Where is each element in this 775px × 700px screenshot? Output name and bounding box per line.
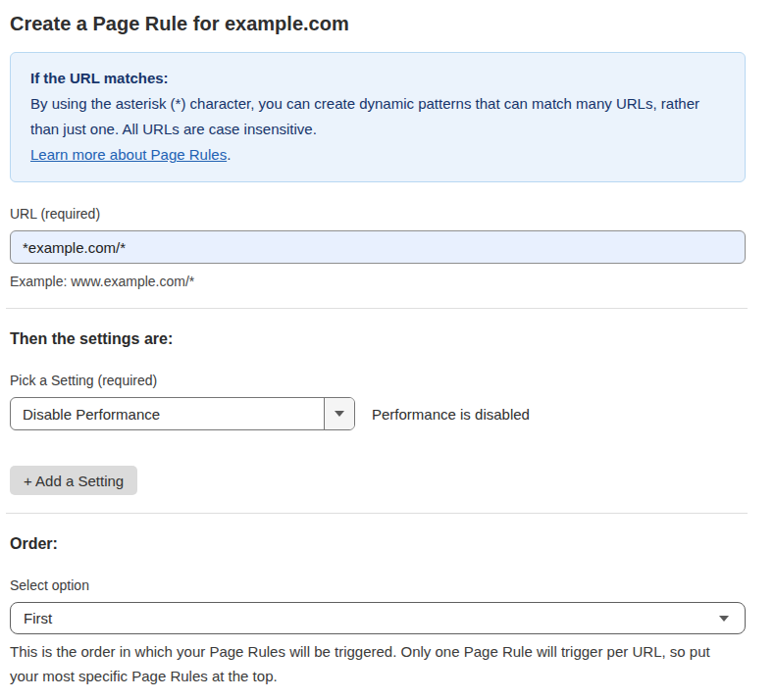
url-input[interactable]: [10, 230, 746, 264]
info-box-heading: If the URL matches:: [30, 66, 725, 91]
url-match-info-box: If the URL matches: By using the asteris…: [10, 52, 746, 182]
page-rule-form: Create a Page Rule for example.com If th…: [0, 0, 775, 700]
info-box-body: By using the asterisk (*) character, you…: [30, 91, 725, 168]
setting-select-value: Disable Performance: [11, 398, 324, 429]
order-heading: Order:: [10, 534, 746, 554]
page-title: Create a Page Rule for example.com: [10, 12, 746, 36]
setting-status-text: Performance is disabled: [372, 406, 530, 423]
pick-setting-label: Pick a Setting (required): [10, 372, 746, 389]
chevron-down-icon: [335, 411, 344, 417]
order-help-text: This is the order in which your Page Rul…: [10, 639, 741, 688]
url-example-text: Example: www.example.com/*: [10, 273, 746, 290]
learn-more-link[interactable]: Learn more about Page Rules: [30, 146, 227, 163]
settings-heading: Then the settings are:: [10, 329, 746, 349]
divider: [6, 513, 748, 514]
link-period: .: [227, 146, 231, 163]
order-select[interactable]: First: [10, 602, 746, 634]
info-box-body-text: By using the asterisk (*) character, you…: [30, 95, 699, 137]
setting-select-arrow-button[interactable]: [324, 398, 354, 429]
order-select-label: Select option: [10, 576, 746, 594]
order-select-value: First: [24, 610, 52, 626]
setting-select[interactable]: Disable Performance: [10, 397, 355, 430]
divider: [6, 308, 748, 309]
setting-row: Disable Performance Performance is disab…: [10, 397, 746, 430]
chevron-down-icon: [719, 616, 729, 622]
url-label: URL (required): [10, 205, 746, 223]
add-setting-button[interactable]: + Add a Setting: [10, 466, 137, 495]
